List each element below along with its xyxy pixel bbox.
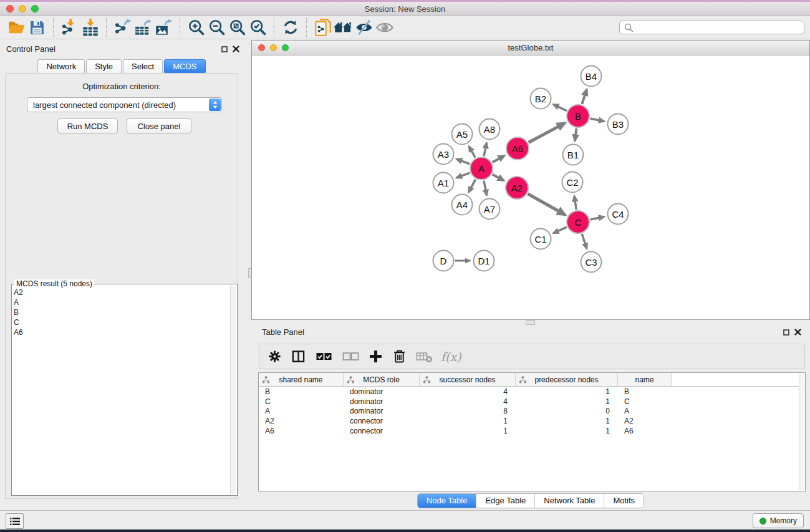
graph-edge-A-A4[interactable] <box>469 180 476 193</box>
graph-node-C1[interactable]: C1 <box>530 228 552 250</box>
export-network-button[interactable] <box>112 17 133 37</box>
graph-node-A5[interactable]: A5 <box>451 123 473 145</box>
graph-node-C4[interactable]: C4 <box>607 203 629 225</box>
mcds-result-item[interactable]: A <box>14 297 228 307</box>
graph-node-B3[interactable]: B3 <box>607 114 629 135</box>
show-panels-button[interactable] <box>6 513 24 529</box>
mcds-result-item[interactable]: A2 <box>14 288 228 297</box>
float-panel-icon[interactable] <box>221 46 228 52</box>
search-input[interactable] <box>637 23 804 32</box>
graph-edge-B-B1[interactable] <box>575 128 577 141</box>
memory-button[interactable]: Memory <box>753 513 804 528</box>
network-canvas[interactable]: AA1A2A3A4A5A6A7A8BB1B2B3B4CC1C2C3C4DD1 <box>252 56 809 319</box>
zoom-out-button[interactable] <box>206 17 227 37</box>
graph-node-C3[interactable]: C3 <box>581 251 602 273</box>
graph-edge-A6-B[interactable] <box>529 123 565 142</box>
tab-select[interactable]: Select <box>123 59 163 74</box>
function-builder-button[interactable]: f(x) <box>438 350 461 364</box>
column-header-name[interactable]: name <box>618 373 672 386</box>
run-mcds-button[interactable]: Run MCDS <box>57 118 118 133</box>
graph-edge-C-C3[interactable] <box>582 234 587 249</box>
mcds-result-item[interactable]: B <box>14 307 228 317</box>
import-table-button[interactable] <box>80 17 100 37</box>
graph-node-A3[interactable]: A3 <box>433 143 455 165</box>
import-network-button[interactable] <box>59 17 80 37</box>
graph-node-A7[interactable]: A7 <box>479 198 501 220</box>
tab-motifs[interactable]: Motifs <box>604 494 644 508</box>
tab-style[interactable]: Style <box>86 59 122 74</box>
column-header-MCDS-role[interactable]: MCDS role <box>344 373 420 386</box>
graph-edge-B-B2[interactable] <box>553 105 566 111</box>
graph-node-D1[interactable]: D1 <box>473 250 495 272</box>
column-header-successor-nodes[interactable]: successor nodes <box>420 373 516 386</box>
graph-node-C[interactable]: C <box>566 210 590 234</box>
graph-edge-A-A5[interactable] <box>469 147 475 158</box>
split-pane-grip-horizontal[interactable] <box>526 320 535 325</box>
graph-node-A8[interactable]: A8 <box>479 118 501 140</box>
show-columns-button[interactable] <box>288 347 309 367</box>
open-file-button[interactable] <box>6 17 27 37</box>
zoom-fit-button[interactable] <box>227 17 248 37</box>
column-header-shared-name[interactable]: shared name <box>259 373 344 386</box>
graph-edge-A-A2[interactable] <box>493 175 504 181</box>
graph-node-B[interactable]: B <box>566 104 590 128</box>
mcds-result-item[interactable]: C <box>14 317 228 327</box>
table-row[interactable]: Bdominator41B <box>259 387 805 397</box>
destroy-table-button[interactable] <box>413 347 435 367</box>
graph-edge-A2-C[interactable] <box>528 194 565 215</box>
graph-node-B1[interactable]: B1 <box>562 144 584 166</box>
graph-edge-C-C4[interactable] <box>591 216 604 220</box>
select-all-button[interactable] <box>312 347 335 367</box>
deselect-all-button[interactable] <box>339 347 362 367</box>
graph-edge-C-C2[interactable] <box>574 196 576 210</box>
tab-edge-table[interactable]: Edge Table <box>476 494 534 508</box>
network-window-titlebar[interactable]: testGlobe.txt <box>252 41 809 56</box>
hide-selected-button[interactable] <box>354 17 374 37</box>
search-field[interactable] <box>619 21 804 34</box>
close-panel-button[interactable]: Close panel <box>127 118 191 133</box>
graph-node-A4[interactable]: A4 <box>451 194 473 216</box>
zoom-selected-button[interactable] <box>248 17 268 37</box>
table-settings-button[interactable] <box>264 347 285 367</box>
graph-node-C2[interactable]: C2 <box>562 172 584 193</box>
graph-node-A[interactable]: A <box>470 157 493 180</box>
graph-edge-A-A8[interactable] <box>484 143 486 156</box>
zoom-in-button[interactable] <box>186 17 206 37</box>
graph-node-B4[interactable]: B4 <box>581 65 602 87</box>
table-scrollbar[interactable] <box>799 374 804 490</box>
graph-node-A2[interactable]: A2 <box>505 176 529 200</box>
mcds-result-item[interactable]: A6 <box>14 327 228 337</box>
tab-network-table[interactable]: Network Table <box>534 494 604 508</box>
graph-node-B2[interactable]: B2 <box>530 88 552 110</box>
graph-edge-A-A6[interactable] <box>493 156 504 163</box>
export-image-button[interactable] <box>153 17 174 37</box>
close-panel-icon[interactable] <box>233 46 239 52</box>
table-row[interactable]: A6connector11A6 <box>259 426 805 436</box>
graph-edge-B-B4[interactable] <box>582 89 587 104</box>
create-network-from-selection-button[interactable] <box>312 17 333 37</box>
graph-edge-C-C1[interactable] <box>554 227 567 233</box>
mcds-result-list[interactable]: A2ABCA6 <box>14 288 228 493</box>
graph-edge-A-A3[interactable] <box>456 159 470 164</box>
column-header-predecessor-nodes[interactable]: predecessor nodes <box>516 373 618 386</box>
tab-node-table[interactable]: Node Table <box>418 494 476 508</box>
graph-node-A6[interactable]: A6 <box>506 137 529 160</box>
graph-edge-B-B3[interactable] <box>591 118 604 122</box>
graph-edge-A-A1[interactable] <box>456 173 470 178</box>
export-table-button[interactable] <box>133 17 153 37</box>
mcds-list-scrollbar[interactable] <box>230 286 236 494</box>
graph-node-A1[interactable]: A1 <box>433 172 455 194</box>
refresh-view-button[interactable] <box>280 17 301 37</box>
graph-edge-A-A7[interactable] <box>484 181 487 195</box>
table-row[interactable]: A2connector11A2 <box>259 416 805 426</box>
add-column-button[interactable] <box>365 347 386 367</box>
table-row[interactable]: Cdominator41C <box>259 397 805 407</box>
delete-column-button[interactable] <box>389 347 410 367</box>
optimization-criterion-dropdown[interactable]: largest connected component (directed) <box>27 97 222 112</box>
table-row[interactable]: Adominator80A <box>259 407 805 417</box>
float-table-panel-icon[interactable] <box>783 329 789 336</box>
show-hidden-button[interactable] <box>374 17 395 37</box>
first-neighbors-button[interactable] <box>333 17 354 37</box>
save-session-button[interactable] <box>27 17 47 37</box>
tab-network[interactable]: Network <box>37 59 85 74</box>
